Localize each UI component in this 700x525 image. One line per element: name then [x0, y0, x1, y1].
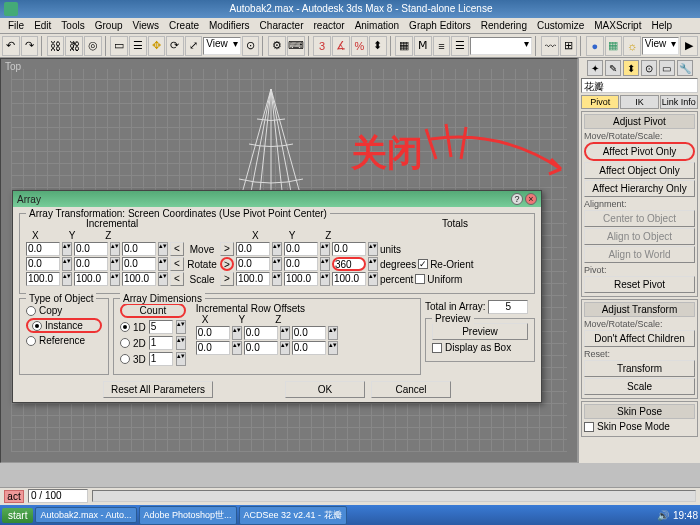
- spinner[interactable]: ▴▾: [320, 242, 330, 256]
- adjust-transform-header[interactable]: Adjust Transform: [584, 302, 695, 317]
- menu-grapheditors[interactable]: Graph Editors: [405, 20, 475, 31]
- scale-iz[interactable]: 100.0: [122, 272, 156, 286]
- 2d-z[interactable]: 0.0: [292, 326, 326, 340]
- mirror-icon[interactable]: Ⅿ: [414, 36, 432, 56]
- reset-scale-button[interactable]: Scale: [584, 378, 695, 395]
- motion-tab-icon[interactable]: ⊙: [641, 60, 657, 76]
- rotate-ix[interactable]: 0.0: [26, 257, 60, 271]
- spinner[interactable]: ▴▾: [110, 242, 120, 256]
- refcoord-dropdown[interactable]: View: [203, 37, 241, 55]
- reset-pivot-button[interactable]: Reset Pivot: [584, 276, 695, 293]
- 1d-count[interactable]: 5: [149, 320, 173, 334]
- ik-tab[interactable]: IK: [620, 95, 658, 109]
- manipulate-icon[interactable]: ⚙: [268, 36, 286, 56]
- taskbar-item[interactable]: Adobe Photoshop世...: [139, 506, 237, 525]
- display-as-box-checkbox[interactable]: [432, 343, 442, 353]
- named-selection-dropdown[interactable]: [470, 37, 533, 55]
- 2d-count[interactable]: 1: [149, 336, 173, 350]
- spinner[interactable]: ▴▾: [320, 257, 330, 271]
- cancel-button[interactable]: Cancel: [371, 381, 451, 398]
- affect-hierarchy-only-button[interactable]: Affect Hierarchy Only: [584, 180, 695, 197]
- spinner[interactable]: ▴▾: [368, 257, 378, 271]
- move-right-arrow[interactable]: >: [220, 242, 234, 256]
- schematic-icon[interactable]: ⊞: [560, 36, 578, 56]
- keyboard-icon[interactable]: ⌨: [287, 36, 305, 56]
- spinner[interactable]: ▴▾: [62, 242, 72, 256]
- spinner[interactable]: ▴▾: [176, 352, 186, 366]
- skin-pose-mode-checkbox[interactable]: [584, 422, 594, 432]
- menu-help[interactable]: Help: [647, 20, 676, 31]
- align-to-world-button[interactable]: Align to World: [584, 246, 695, 263]
- spinner[interactable]: ▴▾: [280, 341, 290, 355]
- 3d-y[interactable]: 0.0: [244, 341, 278, 355]
- menu-character[interactable]: Character: [256, 20, 308, 31]
- move-left-arrow[interactable]: <: [170, 242, 184, 256]
- move-tz[interactable]: 0.0: [332, 242, 366, 256]
- spinner[interactable]: ▴▾: [272, 257, 282, 271]
- 1d-radio[interactable]: [120, 322, 130, 332]
- spinner[interactable]: ▴▾: [320, 272, 330, 286]
- create-tab-icon[interactable]: ✦: [587, 60, 603, 76]
- select-icon[interactable]: ▭: [110, 36, 128, 56]
- move-iz[interactable]: 0.0: [122, 242, 156, 256]
- spinner[interactable]: ▴▾: [110, 272, 120, 286]
- pivot-center-icon[interactable]: ⊙: [242, 36, 260, 56]
- align-to-object-button[interactable]: Align to Object: [584, 228, 695, 245]
- tray-icon[interactable]: 🔊: [657, 510, 669, 521]
- dont-affect-children-button[interactable]: Don't Affect Children: [584, 330, 695, 347]
- pivot-tab[interactable]: Pivot: [581, 95, 619, 109]
- start-button[interactable]: start: [2, 508, 33, 523]
- rotate-tx[interactable]: 0.0: [236, 257, 270, 271]
- move-tx[interactable]: 0.0: [236, 242, 270, 256]
- spinner[interactable]: ▴▾: [62, 257, 72, 271]
- bind-icon[interactable]: ◎: [84, 36, 102, 56]
- dialog-close-icon[interactable]: ×: [525, 193, 537, 205]
- rotate-tz[interactable]: 360: [332, 257, 366, 271]
- scale-icon[interactable]: ⤢: [185, 36, 203, 56]
- scale-left-arrow[interactable]: <: [170, 272, 184, 286]
- reorient-checkbox[interactable]: [418, 259, 428, 269]
- instance-radio[interactable]: [32, 321, 42, 331]
- scale-iy[interactable]: 100.0: [74, 272, 108, 286]
- dialog-titlebar[interactable]: Array ? ×: [13, 191, 541, 207]
- menu-views[interactable]: Views: [129, 20, 164, 31]
- rotate-left-arrow[interactable]: <: [170, 257, 184, 271]
- 2d-y[interactable]: 0.0: [244, 326, 278, 340]
- move-icon[interactable]: ✥: [148, 36, 166, 56]
- spinner[interactable]: ▴▾: [232, 341, 242, 355]
- rotate-right-arrow[interactable]: >: [220, 257, 234, 271]
- layers-icon[interactable]: ☰: [451, 36, 469, 56]
- scale-tz[interactable]: 100.0: [332, 272, 366, 286]
- rotate-icon[interactable]: ⟳: [166, 36, 184, 56]
- move-ix[interactable]: 0.0: [26, 242, 60, 256]
- scale-ix[interactable]: 100.0: [26, 272, 60, 286]
- reset-all-button[interactable]: Reset All Parameters: [103, 381, 213, 398]
- 2d-radio[interactable]: [120, 338, 130, 348]
- spinner[interactable]: ▴▾: [176, 320, 186, 334]
- preview-button[interactable]: Preview: [432, 323, 528, 340]
- menu-file[interactable]: File: [4, 20, 28, 31]
- redo-icon[interactable]: ↷: [21, 36, 39, 56]
- taskbar-item[interactable]: ACDSee 32 v2.41 - 花瓣: [239, 506, 347, 525]
- modify-tab-icon[interactable]: ✎: [605, 60, 621, 76]
- dialog-help-icon[interactable]: ?: [511, 193, 523, 205]
- view-dropdown-2[interactable]: View: [642, 37, 680, 55]
- utilities-tab-icon[interactable]: 🔧: [677, 60, 693, 76]
- reference-radio[interactable]: [26, 336, 36, 346]
- affect-pivot-only-button[interactable]: Affect Pivot Only: [584, 142, 695, 161]
- 3d-radio[interactable]: [120, 354, 130, 364]
- spinner[interactable]: ▴▾: [232, 326, 242, 340]
- spinner[interactable]: ▴▾: [328, 326, 338, 340]
- spinner[interactable]: ▴▾: [158, 272, 168, 286]
- link-icon[interactable]: ⛓: [47, 36, 65, 56]
- rotate-iz[interactable]: 0.0: [122, 257, 156, 271]
- render-icon[interactable]: ▶: [680, 36, 698, 56]
- menu-maxscript[interactable]: MAXScript: [590, 20, 645, 31]
- 3d-x[interactable]: 0.0: [196, 341, 230, 355]
- undo-icon[interactable]: ↶: [2, 36, 20, 56]
- spinner[interactable]: ▴▾: [368, 272, 378, 286]
- select-name-icon[interactable]: ☰: [129, 36, 147, 56]
- spinner[interactable]: ▴▾: [158, 257, 168, 271]
- menu-reactor[interactable]: reactor: [310, 20, 349, 31]
- snap-icon[interactable]: 3: [313, 36, 331, 56]
